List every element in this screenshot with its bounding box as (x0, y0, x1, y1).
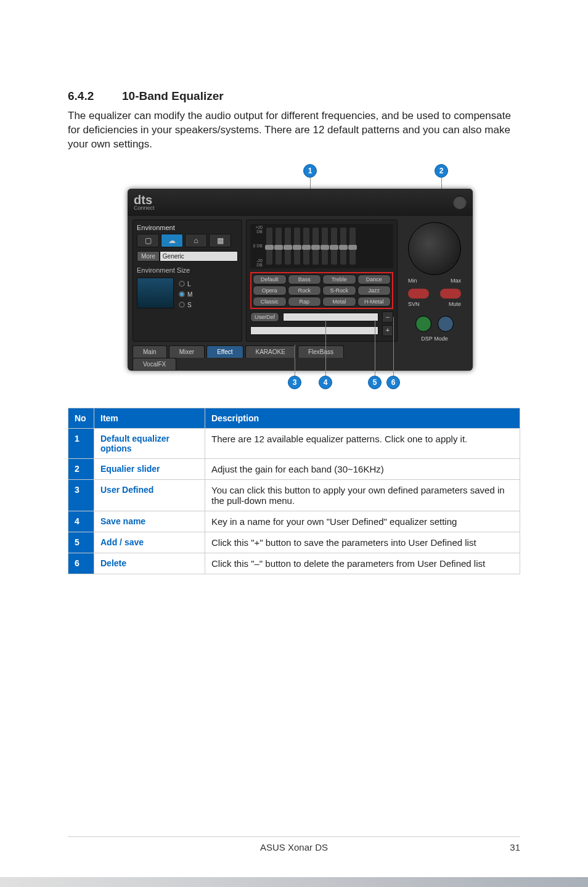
cell-item: Save name (94, 511, 205, 532)
bottom-gradient (0, 877, 588, 887)
cell-desc: There are 12 available equalizer pattern… (205, 428, 520, 458)
preset-button[interactable]: Opera (253, 286, 287, 295)
cell-desc: Key in a name for your own "User Defined… (205, 511, 520, 532)
cell-no: 3 (68, 479, 94, 511)
save-name-input[interactable] (250, 326, 378, 335)
userdef-button[interactable]: UserDef (250, 312, 279, 322)
env-preset-icon[interactable]: ▢ (137, 234, 159, 247)
page-number: 31 (510, 837, 520, 852)
eq-db-label: 0 DB (250, 244, 263, 248)
preset-button[interactable]: Rap (288, 297, 322, 307)
tab-main[interactable]: Main (133, 345, 167, 358)
preset-button[interactable]: H-Metal (357, 297, 391, 307)
preset-button[interactable]: Default (253, 274, 287, 284)
preset-button[interactable]: Metal (322, 297, 356, 307)
callout-marker-3: 3 (288, 376, 301, 389)
intro-paragraph: The equalizer can modify the audio outpu… (68, 109, 520, 152)
preset-button[interactable]: Bass (288, 274, 322, 284)
cell-desc: Adjust the gain for each band (30~16KHz) (205, 458, 520, 479)
equalizer-slider-bank: +20 DB 0 DB -20 DB (250, 224, 393, 268)
table-row: 2 Equalier slider Adjust the gain for ea… (68, 458, 520, 479)
vol-max-label: Max (451, 278, 461, 284)
delete-button[interactable]: – (382, 311, 393, 323)
size-radio-l[interactable]: L (179, 281, 192, 287)
screenshot-figure: 1 2 dts Connect Environment ▢ ☁ ⌂ (109, 164, 479, 389)
dsp-mode-button[interactable] (415, 316, 431, 332)
env-preset-icon[interactable]: ⌂ (185, 234, 207, 247)
callout-marker-6: 6 (386, 376, 400, 389)
cell-desc: Click this "–" button to delete the para… (205, 553, 520, 574)
eq-band-slider[interactable] (322, 228, 328, 265)
preset-button[interactable]: Treble (322, 274, 356, 284)
preset-button[interactable]: Dance (357, 274, 391, 284)
preset-button[interactable]: S-Rock (322, 286, 356, 295)
callout-leader (375, 320, 375, 376)
cell-item: Equalier slider (94, 458, 205, 479)
tab-karaoke[interactable]: KARAOKE (245, 345, 296, 358)
table-row: 1 Default equalizer options There are 12… (68, 428, 520, 458)
th-item: Item (94, 408, 205, 428)
more-button[interactable]: More (137, 251, 160, 262)
footer-product: ASUS Xonar DS (260, 842, 328, 852)
close-icon[interactable] (453, 196, 467, 209)
th-desc: Description (205, 408, 520, 428)
window-header: dts Connect (128, 189, 473, 216)
preset-button[interactable]: Rock (288, 286, 322, 295)
env-preset-icon[interactable]: ☁ (161, 234, 183, 247)
cell-item: Add / save (94, 532, 205, 553)
size-radio-m[interactable]: M (179, 291, 192, 298)
cell-item: Default equalizer options (94, 428, 205, 458)
eq-band-slider[interactable] (285, 228, 291, 265)
vol-min-label: Min (408, 278, 417, 284)
table-row: 5 Add / save Click this "+" button to sa… (68, 532, 520, 553)
dsp-mode-button[interactable] (438, 316, 454, 332)
footer: ASUS Xonar DS (68, 836, 520, 852)
eq-band-slider[interactable] (331, 228, 337, 265)
dsp-mode-label: DSP Mode (421, 336, 447, 342)
callout-marker-5: 5 (368, 376, 382, 389)
cell-item: Delete (94, 553, 205, 574)
section-heading: 6.4.210-Band Equalizer (68, 89, 520, 103)
cell-no: 2 (68, 458, 94, 479)
userdef-select[interactable] (283, 313, 378, 321)
feature-table: No Item Description 1 Default equalizer … (68, 408, 520, 574)
table-row: 4 Save name Key in a name for your own "… (68, 511, 520, 532)
mute-label: Mute (449, 301, 461, 307)
tab-effect[interactable]: Effect (206, 345, 243, 358)
eq-band-slider[interactable] (276, 228, 282, 265)
environment-select[interactable]: Generic (160, 251, 238, 262)
eq-db-label: -20 DB (250, 258, 263, 267)
tab-mixer[interactable]: Mixer (169, 345, 205, 358)
eq-band-slider[interactable] (294, 228, 300, 265)
section-number: 6.4.2 (68, 89, 122, 103)
eq-band-slider[interactable] (349, 228, 356, 265)
size-radio-s[interactable]: S (179, 302, 192, 308)
cell-no: 5 (68, 532, 94, 553)
env-preset-icon[interactable]: ▦ (209, 234, 231, 247)
callout-marker-1: 1 (303, 164, 317, 178)
environment-label: Environment (137, 224, 238, 231)
callout-marker-2: 2 (435, 164, 448, 178)
tab-vocalfx[interactable]: VocalFX (133, 358, 176, 370)
callout-marker-4: 4 (319, 376, 332, 389)
eq-band-slider[interactable] (266, 228, 272, 265)
volume-panel: MinMax SVNMute DSP Mode (401, 220, 468, 342)
environment-size-visual (137, 278, 174, 308)
environment-size-label: Environment Size (137, 266, 238, 274)
dts-logo-text: dts (134, 194, 155, 205)
mute-toggle[interactable] (440, 289, 461, 299)
callout-leader (295, 345, 295, 376)
preset-button[interactable]: Jazz (357, 286, 391, 295)
callout-leader (310, 178, 311, 190)
eq-band-slider[interactable] (303, 228, 309, 265)
cell-desc: Click this "+" button to save the parame… (205, 532, 520, 553)
eq-db-label: +20 DB (250, 225, 263, 234)
volume-dial[interactable] (408, 222, 461, 275)
tab-flexbass[interactable]: FlexBass (298, 345, 344, 358)
preset-button[interactable]: Classic (253, 297, 287, 307)
add-save-button[interactable]: + (382, 325, 393, 336)
eq-band-slider[interactable] (340, 228, 346, 265)
cell-no: 6 (68, 553, 94, 574)
eq-band-slider[interactable] (312, 228, 319, 265)
svn-toggle[interactable] (408, 289, 429, 299)
